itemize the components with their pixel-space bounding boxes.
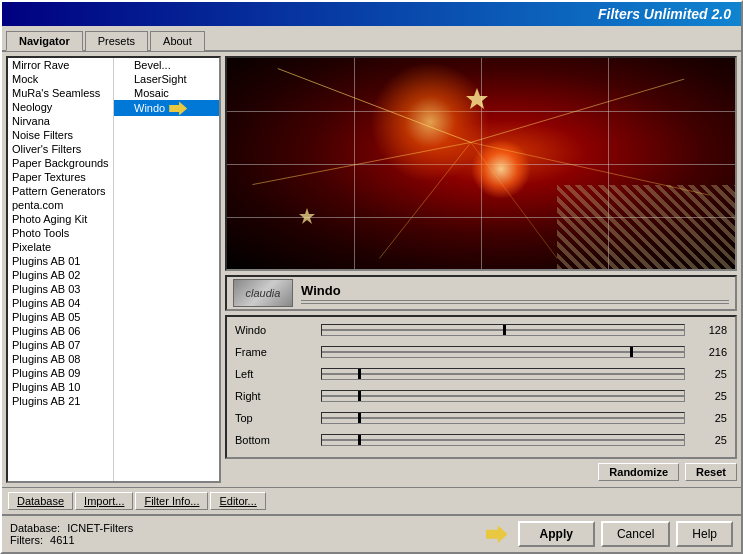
- title-bar: Filters Unlimited 2.0: [2, 2, 741, 26]
- list-item[interactable]: Plugins AB 08: [8, 352, 113, 366]
- param-slider-bottom[interactable]: [321, 434, 685, 446]
- tab-presets[interactable]: Presets: [85, 31, 148, 51]
- param-label-frame: Frame: [235, 346, 315, 358]
- editor-button[interactable]: Editor...: [210, 492, 265, 510]
- tab-bar: Navigator Presets About: [2, 26, 741, 52]
- list-item[interactable]: Plugins AB 09: [8, 366, 113, 380]
- sub-list-item[interactable]: Bevel...: [114, 58, 219, 72]
- list-item[interactable]: Noise Filters: [8, 128, 113, 142]
- database-button[interactable]: Database: [8, 492, 73, 510]
- param-row-windo: Windo 128: [235, 321, 727, 339]
- status-database-label: Database: ICNET-Filters: [10, 522, 133, 534]
- param-value-bottom: 25: [691, 434, 727, 446]
- sub-list-item-selected[interactable]: Windo: [114, 100, 219, 116]
- main-window: Filters Unlimited 2.0 Navigator Presets …: [0, 0, 743, 554]
- tab-about[interactable]: About: [150, 31, 205, 51]
- param-label-right: Right: [235, 390, 315, 402]
- list-item[interactable]: Mock: [8, 72, 113, 86]
- list-item[interactable]: Paper Textures: [8, 170, 113, 184]
- preview-area: [225, 56, 737, 271]
- reset-button[interactable]: Reset: [685, 463, 737, 481]
- list-item[interactable]: penta.com: [8, 198, 113, 212]
- param-value-windo: 128: [691, 324, 727, 336]
- list-item[interactable]: Plugins AB 04: [8, 296, 113, 310]
- param-value-right: 25: [691, 390, 727, 402]
- param-row-left: Left 25: [235, 365, 727, 383]
- param-row-bottom: Bottom 25: [235, 431, 727, 449]
- param-value-left: 25: [691, 368, 727, 380]
- param-slider-left[interactable]: [321, 368, 685, 380]
- bottom-toolbar: Database Import... Filter Info... Editor…: [2, 487, 741, 514]
- list-item[interactable]: Plugins AB 05: [8, 310, 113, 324]
- list-item[interactable]: Pixelate: [8, 240, 113, 254]
- param-label-bottom: Bottom: [235, 434, 315, 446]
- list-item[interactable]: Nirvana: [8, 114, 113, 128]
- status-database: Database: ICNET-Filters Filters: 4611: [10, 522, 133, 546]
- action-buttons: Apply Cancel Help: [514, 521, 733, 547]
- grid-v-1: [354, 58, 355, 269]
- list-item[interactable]: Plugins AB 01: [8, 254, 113, 268]
- status-bar: Database: ICNET-Filters Filters: 4611 Ap…: [2, 514, 741, 552]
- list-item[interactable]: Plugins AB 10: [8, 380, 113, 394]
- filter-logo: claudia: [233, 279, 293, 307]
- help-button[interactable]: Help: [676, 521, 733, 547]
- list-item[interactable]: Plugins AB 03: [8, 282, 113, 296]
- logo-text: claudia: [246, 287, 281, 299]
- checkered-overlay: [557, 185, 735, 269]
- param-row-top: Top 25: [235, 409, 727, 427]
- param-label-windo: Windo: [235, 324, 315, 336]
- param-row-right: Right 25: [235, 387, 727, 405]
- apply-arrow-icon: [486, 525, 508, 543]
- list-item[interactable]: Pattern Generators: [8, 184, 113, 198]
- apply-button[interactable]: Apply: [518, 521, 595, 547]
- status-filters-label: Filters: 4611: [10, 534, 133, 546]
- list-item[interactable]: Paper Backgrounds: [8, 156, 113, 170]
- windo-arrow-icon: [169, 101, 187, 115]
- list-item[interactable]: MuRa's Seamless: [8, 86, 113, 100]
- randomize-button[interactable]: Randomize: [598, 463, 679, 481]
- main-content: Mirror Rave Mock MuRa's Seamless Neology…: [2, 52, 741, 487]
- list-item[interactable]: Oliver's Filters: [8, 142, 113, 156]
- preview-image: [227, 58, 735, 269]
- burst-center: [471, 139, 531, 199]
- list-item[interactable]: Plugins AB 07: [8, 338, 113, 352]
- list-item[interactable]: Photo Aging Kit: [8, 212, 113, 226]
- param-label-top: Top: [235, 412, 315, 424]
- param-slider-top[interactable]: [321, 412, 685, 424]
- cancel-button[interactable]: Cancel: [601, 521, 670, 547]
- param-slider-right[interactable]: [321, 390, 685, 402]
- sub-list-item[interactable]: Mosaic: [114, 86, 219, 100]
- param-slider-windo[interactable]: [321, 324, 685, 336]
- category-list: Mirror Rave Mock MuRa's Seamless Neology…: [8, 58, 114, 481]
- filter-name-display: Windo: [301, 283, 729, 298]
- list-item[interactable]: Neology: [8, 100, 113, 114]
- param-value-top: 25: [691, 412, 727, 424]
- param-label-left: Left: [235, 368, 315, 380]
- sub-filter-list: Bevel... LaserSight Mosaic Windo: [114, 58, 219, 481]
- param-slider-frame[interactable]: [321, 346, 685, 358]
- list-item[interactable]: Plugins AB 02: [8, 268, 113, 282]
- title-text: Filters Unlimited 2.0: [598, 6, 731, 22]
- import-button[interactable]: Import...: [75, 492, 133, 510]
- list-item[interactable]: Plugins AB 21: [8, 394, 113, 408]
- filter-info-bar: claudia Windo: [225, 275, 737, 311]
- param-value-frame: 216: [691, 346, 727, 358]
- list-item[interactable]: Mirror Rave: [8, 58, 113, 72]
- params-area: Windo 128 Frame 216: [225, 315, 737, 459]
- list-item[interactable]: Photo Tools: [8, 226, 113, 240]
- filter-info-button[interactable]: Filter Info...: [135, 492, 208, 510]
- list-item[interactable]: Plugins AB 06: [8, 324, 113, 338]
- right-panel: claudia Windo Windo 128: [225, 56, 737, 483]
- left-panel: Mirror Rave Mock MuRa's Seamless Neology…: [6, 56, 221, 483]
- sub-list-item[interactable]: LaserSight: [114, 72, 219, 86]
- param-row-frame: Frame 216: [235, 343, 727, 361]
- tab-navigator[interactable]: Navigator: [6, 31, 83, 51]
